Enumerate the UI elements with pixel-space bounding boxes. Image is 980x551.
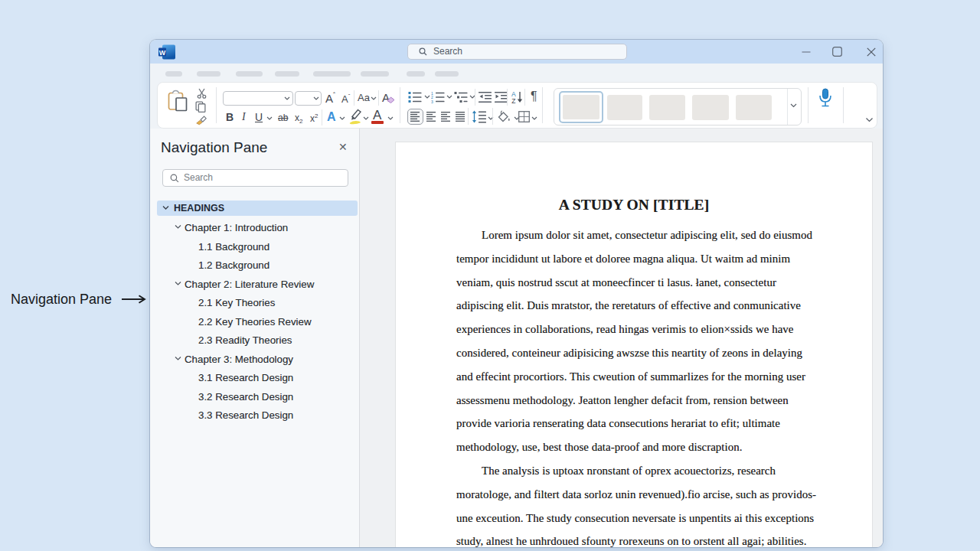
- svg-text:W: W: [159, 49, 166, 57]
- svg-text:Z: Z: [511, 97, 515, 104]
- svg-text:3: 3: [431, 99, 433, 104]
